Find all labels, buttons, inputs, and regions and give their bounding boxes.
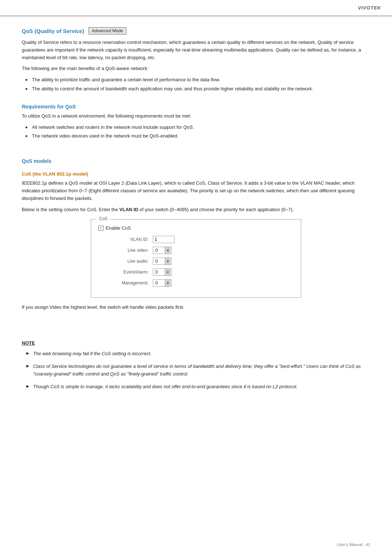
live-video-label: Live video: xyxy=(109,248,153,253)
note-item-1: ► The web browsing may fail if the CoS s… xyxy=(22,350,370,358)
enable-cos-label: Enable CoS xyxy=(106,225,131,231)
advanced-mode-button[interactable]: Advanced Mode xyxy=(89,27,127,34)
live-audio-value: 0 xyxy=(154,259,165,264)
cos-description-1: IEEE802.1p defines a QoS model at OSI La… xyxy=(22,180,370,202)
intro-paragraph: Quality of Service refers to a resource … xyxy=(22,39,370,61)
cos-box-legend: CoS xyxy=(97,216,110,221)
page-footer: User's Manual - 41 xyxy=(337,542,370,547)
event-alarm-row: Event/Alarm: 0 ▼ xyxy=(98,268,294,276)
management-label: Management: xyxy=(109,280,153,286)
requirements-heading: Requirements for QoS xyxy=(22,104,370,110)
live-video-dropdown-arrow: ▼ xyxy=(165,247,171,254)
event-alarm-value: 0 xyxy=(154,270,165,275)
note-arrow-icon: ► xyxy=(25,350,30,356)
benefits-intro: The following are the main benefits of a… xyxy=(22,65,370,73)
event-alarm-label: Event/Alarm: xyxy=(109,270,153,275)
note-section: NOTE ► The web browsing may fail if the … xyxy=(22,340,370,390)
management-select[interactable]: 0 ▼ xyxy=(153,279,172,287)
live-video-value: 0 xyxy=(154,248,165,253)
note-item-2: ► Class of Service technologies do not g… xyxy=(22,363,370,378)
note-title: NOTE xyxy=(22,340,370,346)
live-video-select[interactable]: 0 ▼ xyxy=(153,247,172,254)
brand-logo: VIVOTEK xyxy=(358,5,381,11)
vlan-id-label: VLAN ID: xyxy=(109,237,153,242)
note-arrow-icon: ► xyxy=(25,363,30,369)
requirements-intro: To utilize QoS in a network environment,… xyxy=(22,112,370,120)
note-text-3: Though CoS is simple to manage, it lacks… xyxy=(33,383,297,391)
enable-cos-checkbox[interactable]: ✓ xyxy=(98,226,103,231)
management-dropdown-arrow: ▼ xyxy=(165,280,171,286)
benefits-list: The ability to prioritize traffic and gu… xyxy=(25,76,370,93)
event-alarm-select[interactable]: 0 ▼ xyxy=(153,268,172,276)
live-audio-row: Live audio: 0 ▼ xyxy=(98,258,294,265)
footer-text: User's Manual - 41 xyxy=(337,542,370,547)
cos-heading: CoS (the VLAN 802.1p model) xyxy=(22,171,370,177)
list-item: The ability to control the amount of ban… xyxy=(25,85,370,93)
live-video-row: Live video: 0 ▼ xyxy=(98,247,294,254)
list-item: The network video devices used in the ne… xyxy=(25,132,370,140)
vlan-id-input[interactable] xyxy=(153,236,175,243)
cos-description-2: Below is the setting column for CoS. Ent… xyxy=(22,206,370,214)
vlan-id-row: VLAN ID: xyxy=(98,236,294,243)
list-item: All network switches and routers in the … xyxy=(25,124,370,131)
note-arrow-icon: ► xyxy=(25,383,30,389)
note-text-2: Class of Service technologies do not gua… xyxy=(33,363,370,378)
live-audio-select[interactable]: 0 ▼ xyxy=(153,258,172,265)
live-audio-dropdown-arrow: ▼ xyxy=(165,258,171,264)
management-value: 0 xyxy=(154,280,165,286)
cos-settings-box: CoS ✓ Enable CoS VLAN ID: Live video: 0 … xyxy=(91,219,301,298)
management-row: Management: 0 ▼ xyxy=(98,279,294,287)
requirements-list: All network switches and routers in the … xyxy=(25,124,370,140)
cos-note-after: If you assign Video the highest level, t… xyxy=(22,304,370,311)
note-text-1: The web browsing may fail if the CoS set… xyxy=(33,350,152,358)
event-alarm-dropdown-arrow: ▼ xyxy=(165,269,171,275)
note-item-3: ► Though CoS is simple to manage, it lac… xyxy=(22,383,370,391)
page-title: QoS (Quality of Service) xyxy=(22,28,84,34)
list-item: The ability to prioritize traffic and gu… xyxy=(25,76,370,84)
live-audio-label: Live audio: xyxy=(109,259,153,264)
qos-models-link[interactable]: QoS models xyxy=(22,158,52,164)
